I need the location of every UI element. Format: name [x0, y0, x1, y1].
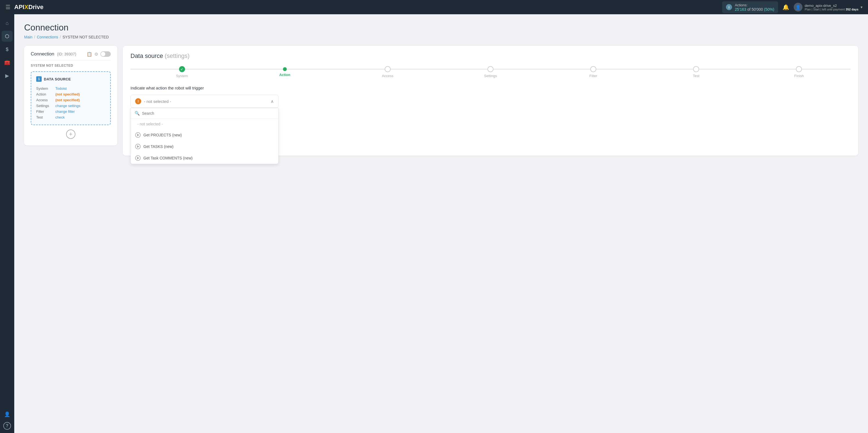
connection-toggle[interactable] [100, 51, 111, 57]
step-test: Test [645, 66, 748, 78]
table-row: Access (not specified) [36, 97, 105, 103]
sidebar-item-home[interactable]: ⌂ [2, 18, 12, 29]
breadcrumb-sep-2: / [60, 35, 61, 39]
sidebar-item-help[interactable]: ? [3, 422, 11, 430]
table-row: System Todoist [36, 86, 105, 91]
table-row: Settings change settings [36, 103, 105, 109]
main-content: Connection Main / Connections / SYSTEM N… [14, 14, 868, 433]
user-area[interactable]: 👤 demo_apix-drive_s2 Plan | Start | left… [794, 3, 863, 11]
step-access-circle [385, 66, 391, 72]
search-icon: 🔍 [134, 111, 140, 116]
step-access-label: Access [382, 74, 394, 78]
value-settings: change settings [55, 103, 105, 109]
copy-icon[interactable]: 📋 [87, 52, 92, 57]
action-dropdown-container: ! - not selected - ∧ 🔍 - not selected - … [130, 95, 279, 108]
actions-count: 25'163 of 50'000 (50%) [735, 7, 774, 11]
user-avatar: 👤 [794, 3, 803, 11]
info-icon: i [726, 4, 732, 10]
logo-x: X [24, 4, 29, 11]
dropdown-option-comments-label: Get Task COMMENTS (new) [144, 156, 192, 160]
actions-label: Actions: [735, 3, 774, 7]
breadcrumb-connections[interactable]: Connections [37, 35, 58, 39]
actions-of-word: of [747, 7, 751, 11]
value-access: (not specified) [55, 97, 105, 103]
user-info-block: demo_apix-drive_s2 Plan | Start | left u… [805, 4, 859, 11]
dropdown-option-comments[interactable]: Get Task COMMENTS (new) [131, 152, 278, 164]
action-dropdown-selected[interactable]: ! - not selected - ∧ [130, 95, 279, 108]
dropdown-option-projects-label: Get PROJECTS (new) [144, 133, 182, 137]
step-test-circle [693, 66, 699, 72]
datasource-header: 1 DATA SOURCE [36, 76, 105, 82]
step-action-circle [283, 67, 287, 71]
ds-title: DATA SOURCE [44, 77, 71, 81]
action-link[interactable]: (not specified) [55, 92, 80, 96]
page-title: Connection [24, 23, 858, 33]
dropdown-option-not-selected[interactable]: - not selected - [131, 119, 278, 129]
actions-total-val: 50'000 [751, 7, 763, 11]
system-label: SYSTEM NOT SELECTED [31, 64, 111, 67]
add-block-button[interactable]: + [66, 129, 75, 139]
step-system-label: System [176, 74, 188, 78]
test-link[interactable]: check [55, 115, 65, 119]
sidebar-item-services[interactable]: 🧰 [2, 57, 12, 68]
dropdown-option-tasks[interactable]: Get TASKS (new) [131, 141, 278, 152]
right-card: Data source (settings) ✓ System [123, 46, 858, 155]
sidebar-item-connections[interactable]: ⬡ [2, 31, 12, 42]
step-settings-label: Settings [484, 74, 497, 78]
value-system: Todoist [55, 86, 105, 91]
user-name: demo_apix-drive_s2 [805, 4, 859, 8]
breadcrumb-sep-1: / [34, 35, 35, 39]
settings-icon[interactable]: ⚙ [94, 52, 98, 57]
label-access: Access [36, 97, 55, 103]
datasource-title-suffix: (settings) [165, 52, 189, 59]
filter-link[interactable]: change filter [55, 110, 75, 114]
datasource-box: 1 DATA SOURCE System Todoist Action (not… [31, 71, 111, 125]
step-system-circle: ✓ [179, 66, 185, 72]
check-icon: ✓ [180, 67, 183, 71]
card-id: (ID: 39307) [57, 52, 76, 56]
dropdown-search-input[interactable] [142, 111, 274, 116]
step-filter: Filter [542, 66, 645, 78]
card-header: Connection (ID: 39307) 📋 ⚙ [31, 51, 111, 60]
menu-toggle[interactable]: ☰ [5, 4, 10, 10]
step-action-label: Action [279, 73, 290, 77]
ds-number: 1 [36, 76, 42, 82]
logo-drive: Drive [28, 4, 43, 11]
step-finish: Finish [748, 66, 850, 78]
step-action: Action [233, 67, 336, 77]
value-action: (not specified) [55, 91, 105, 97]
sidebar-item-billing[interactable]: $ [2, 44, 12, 55]
value-filter: change filter [55, 109, 105, 114]
logo: APIXDrive [14, 4, 43, 11]
ds-table: System Todoist Action (not specified) Ac… [36, 86, 105, 120]
settings-link[interactable]: change settings [55, 104, 80, 108]
user-plan: Plan | Start | left until payment 352 da… [805, 8, 859, 11]
system-link[interactable]: Todoist [55, 86, 67, 91]
sidebar-item-media[interactable]: ▶ [2, 70, 12, 81]
actions-pct-val: (50%) [764, 7, 774, 11]
warning-icon: ! [135, 98, 141, 104]
sidebar: ⌂ ⬡ $ 🧰 ▶ 👤 ? [0, 14, 14, 433]
table-row: Test check [36, 114, 105, 120]
label-system: System [36, 86, 55, 91]
logo-api: API [14, 4, 24, 11]
user-chevron-icon: ▾ [861, 5, 863, 9]
table-row: Filter change filter [36, 109, 105, 114]
step-test-label: Test [693, 74, 700, 78]
main-layout: ⌂ ⬡ $ 🧰 ▶ 👤 ? Connection Main / Connecti… [0, 14, 868, 433]
breadcrumb-current: SYSTEM NOT SELECTED [63, 35, 109, 39]
step-settings: Settings [439, 66, 542, 78]
bell-icon[interactable]: 🔔 [782, 4, 789, 10]
action-prompt: Indicate what action the robot will trig… [130, 86, 850, 90]
step-filter-label: Filter [589, 74, 597, 78]
steps-row: ✓ System Action Access [130, 66, 850, 78]
actions-box[interactable]: i Actions: 25'163 of 50'000 (50%) [722, 1, 778, 13]
actions-current: 25'163 [735, 7, 746, 11]
sidebar-item-profile[interactable]: 👤 [2, 409, 12, 420]
chevron-up-icon: ∧ [271, 99, 274, 104]
step-access: Access [336, 66, 439, 78]
step-settings-circle [488, 66, 494, 72]
dropdown-option-projects[interactable]: Get PROJECTS (new) [131, 129, 278, 141]
play-icon-comments [135, 155, 141, 161]
breadcrumb-main[interactable]: Main [24, 35, 32, 39]
